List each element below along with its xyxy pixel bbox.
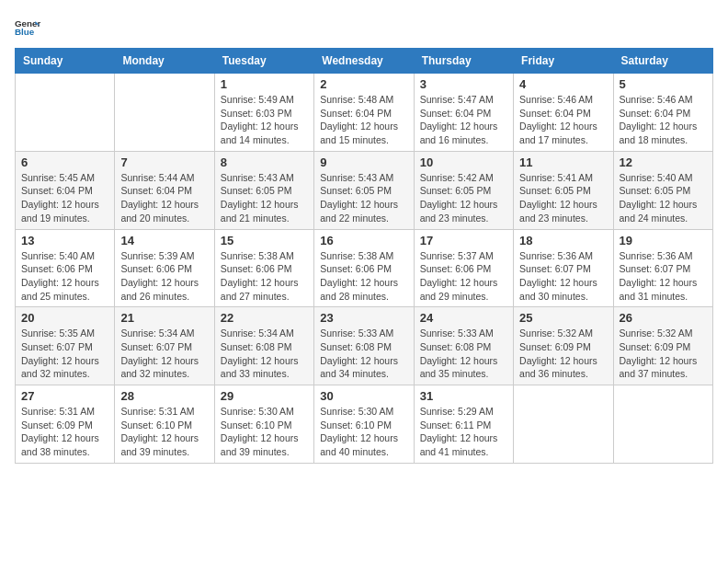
day-info: Sunrise: 5:29 AM Sunset: 6:11 PM Dayligh…: [420, 405, 507, 459]
calendar-cell: 1Sunrise: 5:49 AM Sunset: 6:03 PM Daylig…: [214, 74, 313, 152]
day-number: 18: [519, 234, 607, 247]
day-number: 24: [420, 311, 507, 325]
day-info: Sunrise: 5:36 AM Sunset: 6:07 PM Dayligh…: [620, 249, 707, 304]
calendar-cell: 14Sunrise: 5:39 AM Sunset: 6:06 PM Dayli…: [115, 229, 214, 307]
day-of-week-header: Thursday: [414, 49, 513, 74]
day-info: Sunrise: 5:37 AM Sunset: 6:06 PM Dayligh…: [420, 249, 507, 304]
day-info: Sunrise: 5:32 AM Sunset: 6:09 PM Dayligh…: [519, 327, 607, 381]
calendar-cell: 13Sunrise: 5:40 AM Sunset: 6:06 PM Dayli…: [16, 229, 115, 307]
day-info: Sunrise: 5:31 AM Sunset: 6:09 PM Dayligh…: [21, 405, 108, 459]
day-number: 27: [21, 389, 108, 403]
calendar-cell: [514, 385, 613, 464]
day-number: 12: [620, 155, 707, 169]
calendar-cell: 24Sunrise: 5:33 AM Sunset: 6:08 PM Dayli…: [414, 307, 513, 385]
day-info: Sunrise: 5:42 AM Sunset: 6:05 PM Dayligh…: [420, 171, 507, 225]
day-number: 28: [120, 389, 208, 403]
page-header: General Blue: [15, 15, 713, 40]
day-info: Sunrise: 5:32 AM Sunset: 6:09 PM Dayligh…: [620, 327, 707, 381]
calendar-cell: 17Sunrise: 5:37 AM Sunset: 6:06 PM Dayli…: [414, 229, 513, 307]
day-info: Sunrise: 5:34 AM Sunset: 6:07 PM Dayligh…: [120, 327, 208, 381]
calendar-cell: [115, 74, 214, 152]
calendar-cell: 27Sunrise: 5:31 AM Sunset: 6:09 PM Dayli…: [16, 385, 115, 464]
logo: General Blue: [15, 15, 40, 40]
day-number: 29: [221, 389, 308, 403]
calendar-week-row: 20Sunrise: 5:35 AM Sunset: 6:07 PM Dayli…: [16, 307, 713, 385]
calendar-cell: 22Sunrise: 5:34 AM Sunset: 6:08 PM Dayli…: [214, 307, 313, 385]
day-info: Sunrise: 5:33 AM Sunset: 6:08 PM Dayligh…: [420, 327, 507, 381]
calendar-cell: 31Sunrise: 5:29 AM Sunset: 6:11 PM Dayli…: [414, 385, 513, 464]
day-info: Sunrise: 5:40 AM Sunset: 6:06 PM Dayligh…: [21, 249, 108, 304]
day-info: Sunrise: 5:44 AM Sunset: 6:04 PM Dayligh…: [120, 171, 208, 225]
day-info: Sunrise: 5:30 AM Sunset: 6:10 PM Dayligh…: [221, 405, 308, 459]
calendar-cell: 23Sunrise: 5:33 AM Sunset: 6:08 PM Dayli…: [314, 307, 414, 385]
calendar-cell: 18Sunrise: 5:36 AM Sunset: 6:07 PM Dayli…: [514, 229, 613, 307]
day-number: 20: [21, 311, 108, 325]
calendar-cell: 28Sunrise: 5:31 AM Sunset: 6:10 PM Dayli…: [115, 385, 214, 464]
calendar-table: SundayMondayTuesdayWednesdayThursdayFrid…: [15, 48, 713, 464]
day-number: 6: [21, 155, 108, 169]
day-info: Sunrise: 5:38 AM Sunset: 6:06 PM Dayligh…: [221, 249, 308, 304]
svg-text:Blue: Blue: [15, 27, 35, 37]
day-number: 19: [620, 234, 707, 247]
calendar-week-row: 1Sunrise: 5:49 AM Sunset: 6:03 PM Daylig…: [16, 74, 713, 152]
day-of-week-header: Friday: [514, 49, 613, 74]
day-info: Sunrise: 5:34 AM Sunset: 6:08 PM Dayligh…: [221, 327, 308, 381]
day-info: Sunrise: 5:31 AM Sunset: 6:10 PM Dayligh…: [120, 405, 208, 459]
day-info: Sunrise: 5:45 AM Sunset: 6:04 PM Dayligh…: [21, 171, 108, 225]
day-number: 1: [221, 77, 308, 91]
day-number: 31: [420, 389, 507, 403]
calendar-cell: 20Sunrise: 5:35 AM Sunset: 6:07 PM Dayli…: [16, 307, 115, 385]
day-info: Sunrise: 5:46 AM Sunset: 6:04 PM Dayligh…: [519, 93, 607, 147]
day-number: 9: [320, 155, 407, 169]
day-info: Sunrise: 5:48 AM Sunset: 6:04 PM Dayligh…: [320, 93, 407, 147]
day-info: Sunrise: 5:43 AM Sunset: 6:05 PM Dayligh…: [320, 171, 407, 225]
day-of-week-header: Saturday: [613, 49, 712, 74]
day-number: 11: [519, 155, 607, 169]
day-info: Sunrise: 5:46 AM Sunset: 6:04 PM Dayligh…: [620, 93, 707, 147]
day-number: 26: [620, 311, 707, 325]
calendar-cell: 9Sunrise: 5:43 AM Sunset: 6:05 PM Daylig…: [314, 151, 414, 229]
calendar-cell: 16Sunrise: 5:38 AM Sunset: 6:06 PM Dayli…: [314, 229, 414, 307]
day-number: 23: [320, 311, 407, 325]
day-info: Sunrise: 5:41 AM Sunset: 6:05 PM Dayligh…: [519, 171, 607, 225]
day-number: 21: [120, 311, 208, 325]
calendar-cell: 5Sunrise: 5:46 AM Sunset: 6:04 PM Daylig…: [613, 74, 712, 152]
calendar-cell: 12Sunrise: 5:40 AM Sunset: 6:05 PM Dayli…: [613, 151, 712, 229]
calendar-cell: 26Sunrise: 5:32 AM Sunset: 6:09 PM Dayli…: [613, 307, 712, 385]
calendar-cell: 10Sunrise: 5:42 AM Sunset: 6:05 PM Dayli…: [414, 151, 513, 229]
day-number: 15: [221, 234, 308, 247]
day-number: 4: [519, 77, 607, 91]
calendar-cell: 6Sunrise: 5:45 AM Sunset: 6:04 PM Daylig…: [16, 151, 115, 229]
logo-icon: General Blue: [15, 15, 40, 40]
calendar-cell: 15Sunrise: 5:38 AM Sunset: 6:06 PM Dayli…: [214, 229, 313, 307]
day-number: 14: [120, 234, 208, 247]
day-info: Sunrise: 5:30 AM Sunset: 6:10 PM Dayligh…: [320, 405, 407, 459]
calendar-cell: 19Sunrise: 5:36 AM Sunset: 6:07 PM Dayli…: [613, 229, 712, 307]
calendar-cell: [613, 385, 712, 464]
day-info: Sunrise: 5:33 AM Sunset: 6:08 PM Dayligh…: [320, 327, 407, 381]
calendar-week-row: 27Sunrise: 5:31 AM Sunset: 6:09 PM Dayli…: [16, 385, 713, 464]
calendar-cell: 8Sunrise: 5:43 AM Sunset: 6:05 PM Daylig…: [214, 151, 313, 229]
calendar-cell: [16, 74, 115, 152]
calendar-cell: 25Sunrise: 5:32 AM Sunset: 6:09 PM Dayli…: [514, 307, 613, 385]
day-number: 10: [420, 155, 507, 169]
day-of-week-header: Tuesday: [214, 49, 313, 74]
day-of-week-header: Sunday: [16, 49, 115, 74]
day-number: 30: [320, 389, 407, 403]
day-info: Sunrise: 5:47 AM Sunset: 6:04 PM Dayligh…: [420, 93, 507, 147]
calendar-cell: 11Sunrise: 5:41 AM Sunset: 6:05 PM Dayli…: [514, 151, 613, 229]
day-number: 13: [21, 234, 108, 247]
day-number: 7: [120, 155, 208, 169]
day-number: 22: [221, 311, 308, 325]
day-of-week-header: Wednesday: [314, 49, 414, 74]
day-info: Sunrise: 5:43 AM Sunset: 6:05 PM Dayligh…: [221, 171, 308, 225]
day-number: 17: [420, 234, 507, 247]
day-info: Sunrise: 5:49 AM Sunset: 6:03 PM Dayligh…: [221, 93, 308, 147]
day-number: 16: [320, 234, 407, 247]
day-number: 5: [620, 77, 707, 91]
calendar-cell: 29Sunrise: 5:30 AM Sunset: 6:10 PM Dayli…: [214, 385, 313, 464]
day-info: Sunrise: 5:36 AM Sunset: 6:07 PM Dayligh…: [519, 249, 607, 304]
day-info: Sunrise: 5:35 AM Sunset: 6:07 PM Dayligh…: [21, 327, 108, 381]
day-of-week-header: Monday: [115, 49, 214, 74]
calendar-cell: 7Sunrise: 5:44 AM Sunset: 6:04 PM Daylig…: [115, 151, 214, 229]
